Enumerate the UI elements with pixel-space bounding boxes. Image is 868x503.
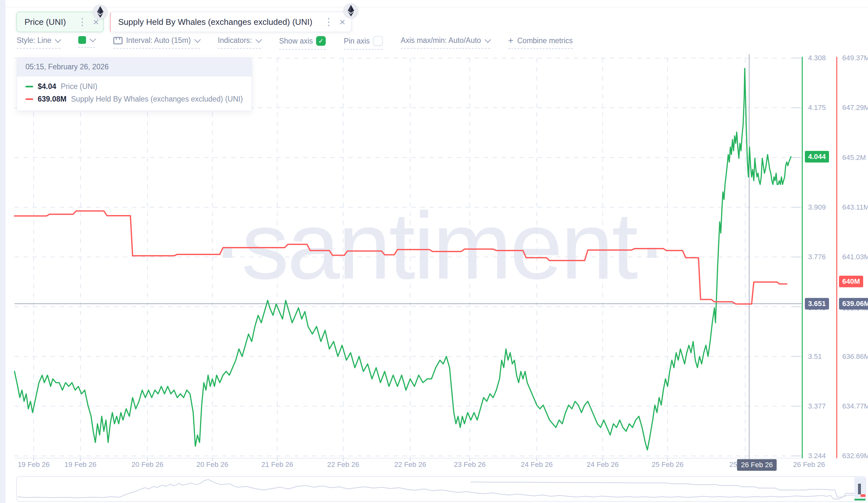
minimap-price-marker bbox=[855, 499, 866, 501]
tooltip-supply-label: Supply Held By Whales (exchanges exclude… bbox=[71, 95, 243, 103]
chart-tooltip: 05:15, February 26, 2026 $4.04 Price (UN… bbox=[17, 57, 252, 111]
tooltip-price-label: Price (UNI) bbox=[61, 82, 97, 91]
minimap-handle-bar bbox=[858, 484, 861, 494]
price-series-dash-icon bbox=[25, 86, 33, 87]
tooltip-row-price: $4.04 Price (UNI) bbox=[25, 82, 243, 91]
minimap-range-selector[interactable] bbox=[17, 476, 866, 501]
price-line-series bbox=[14, 69, 791, 450]
santiment-chart-page: ·santiment· 4.3084.1753.9093.7763.513.37… bbox=[0, 0, 868, 503]
tooltip-row-supply: 639.08M Supply Held By Whales (exchanges… bbox=[25, 95, 243, 103]
minimap-supply-marker bbox=[860, 494, 866, 497]
tooltip-price-value: $4.04 bbox=[38, 82, 56, 91]
tooltip-supply-value: 639.08M bbox=[38, 95, 67, 103]
supply-series-dash-icon bbox=[25, 98, 33, 100]
supply-line-series bbox=[14, 211, 787, 304]
tooltip-timestamp: 05:15, February 26, 2026 bbox=[17, 58, 252, 77]
